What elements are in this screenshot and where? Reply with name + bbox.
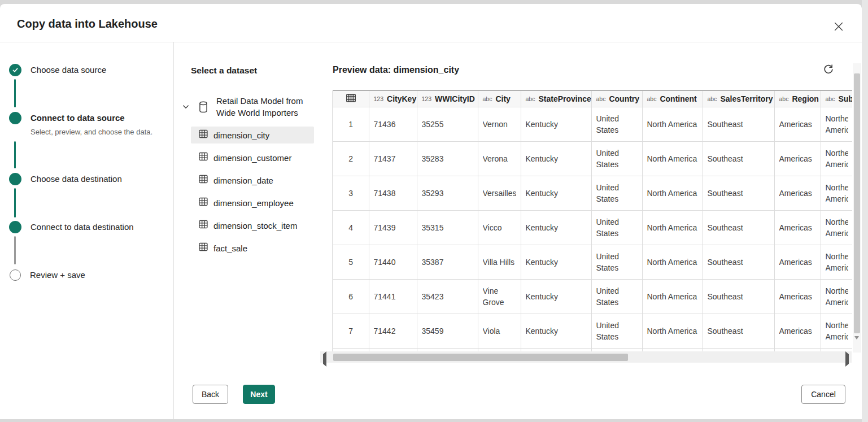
refresh-icon[interactable]: [821, 62, 836, 77]
table-cell: United States: [591, 210, 642, 245]
page-title: Copy data into Lakehouse: [17, 18, 158, 31]
tree-item-dimension_customer[interactable]: dimension_customer: [191, 149, 314, 166]
table-cell: Americas: [774, 141, 821, 176]
column-type-icon: abc: [647, 95, 657, 102]
vertical-scrollbar-thumb[interactable]: [854, 73, 860, 333]
column-type-icon: 123: [422, 95, 432, 102]
table-cell: Southeast: [703, 210, 774, 245]
tree-item-label: dimension_date: [213, 176, 273, 185]
column-header-label: Region: [792, 94, 818, 103]
column-header-label: Continent: [660, 94, 696, 103]
table-icon: [198, 174, 208, 186]
next-button[interactable]: Next: [243, 385, 275, 404]
table-cell: Verona: [478, 141, 521, 176]
step-current-dot-icon: [9, 112, 21, 124]
vertical-scrollbar[interactable]: [853, 63, 861, 353]
copy-data-dialog: Copy data into Lakehouse Choose data sou…: [0, 4, 862, 419]
chevron-down-icon[interactable]: [182, 103, 190, 111]
tree-item-dimension_city[interactable]: dimension_city: [191, 127, 314, 143]
step-connector: [14, 79, 16, 107]
step-connect-to-data-source[interactable]: Connect to data source Select, preview, …: [9, 110, 152, 137]
column-header-Country: abcCountry: [591, 91, 642, 107]
table-cell: North America: [642, 210, 703, 245]
table-cell: 71440: [369, 245, 417, 279]
tree-item-dimension_stock_item[interactable]: dimension_stock_item: [191, 217, 314, 234]
preview-title: Preview data: dimension_city: [333, 65, 459, 75]
row-number-cell: 7: [333, 314, 369, 348]
step-connector: [14, 188, 16, 217]
step-label: Connect to data source: [30, 110, 152, 127]
scroll-left-icon[interactable]: [323, 354, 326, 364]
table-cell: Northern America: [821, 141, 852, 176]
table-cell: Villa Hills: [478, 245, 521, 279]
close-icon[interactable]: [830, 18, 847, 35]
table-icon: [198, 151, 208, 164]
column-type-icon: abc: [708, 95, 717, 102]
step-label: Choose data source: [30, 62, 106, 79]
horizontal-scrollbar[interactable]: [320, 351, 852, 363]
tree-item-dimension_employee[interactable]: dimension_employee: [191, 194, 314, 211]
step-description: Select, preview, and choose the data.: [30, 127, 152, 137]
step-review-save[interactable]: Review + save: [9, 267, 85, 284]
table-cell: Vicco: [478, 210, 521, 245]
table-cell: Vine Grove: [478, 279, 521, 314]
table-cell: Kentucky: [521, 245, 591, 279]
column-header-WWICityID: 123WWICityID: [417, 91, 478, 107]
row-number-cell: 5: [333, 245, 369, 279]
table-cell: Southeast: [703, 107, 774, 141]
step-connector: [14, 236, 16, 264]
column-header-label: StateProvince: [538, 94, 591, 103]
tree-item-label: dimension_employee: [213, 198, 294, 208]
table-header-row: 123CityKey123WWICityIDabcCityabcStatePro…: [333, 91, 852, 107]
scroll-down-icon[interactable]: [854, 340, 859, 350]
step-label: Connect to data destination: [30, 219, 134, 236]
table-cell: United States: [591, 141, 642, 176]
column-header-label: Country: [609, 94, 639, 103]
row-number-cell: 3: [333, 176, 369, 210]
table-cell: Americas: [774, 279, 821, 314]
table-cell: 71436: [369, 107, 417, 141]
table-cell: 35387: [417, 245, 478, 279]
tree-item-fact_sale[interactable]: fact_sale: [191, 240, 314, 256]
horizontal-scrollbar-thumb[interactable]: [333, 354, 628, 361]
database-icon: [197, 101, 210, 114]
column-header-label: CityKey: [387, 94, 416, 103]
table-cell: Southeast: [703, 176, 774, 210]
table-cell: North America: [642, 279, 703, 314]
column-header-SalesTerritory: abcSalesTerritory: [703, 91, 774, 107]
table-row: 67144135423Vine GroveKentuckyUnited Stat…: [333, 279, 852, 314]
step-choose-data-destination[interactable]: Choose data destination: [9, 171, 122, 188]
table-icon: [198, 219, 208, 232]
dataset-panel-title: Select a dataset: [191, 66, 257, 76]
tree-item-dimension_date[interactable]: dimension_date: [191, 172, 314, 189]
table-cell: Vernon: [478, 107, 521, 141]
table-cell: Northern America: [821, 314, 852, 348]
table-cell: 71439: [369, 210, 417, 245]
preview-table-container: 123CityKey123WWICityIDabcCityabcStatePro…: [333, 90, 852, 353]
table-cell: Kentucky: [521, 314, 591, 348]
table-cell: 71438: [369, 176, 417, 210]
back-button[interactable]: Back: [193, 385, 228, 404]
table-cell: Kentucky: [521, 176, 591, 210]
table-cell: Versailles: [478, 176, 521, 210]
table-icon: [198, 242, 208, 254]
scroll-right-icon[interactable]: [845, 354, 849, 364]
table-corner-grid-icon: [333, 91, 369, 107]
step-choose-data-source[interactable]: Choose data source: [9, 62, 106, 79]
table-cell: 71441: [369, 279, 417, 314]
table-cell: North America: [642, 141, 703, 176]
step-connector: [14, 141, 16, 168]
column-type-icon: abc: [483, 95, 492, 102]
table-cell: United States: [591, 314, 642, 348]
tree-root-label: Retail Data Model from Wide World Import…: [216, 95, 317, 119]
column-header-CityKey: 123CityKey: [369, 91, 417, 107]
table-row: 77144235459ViolaKentuckyUnited StatesNor…: [333, 314, 852, 348]
table-cell: Southeast: [703, 279, 774, 314]
row-number-cell: 2: [333, 141, 369, 176]
step-label: Review + save: [30, 267, 85, 284]
cancel-button[interactable]: Cancel: [801, 385, 845, 404]
step-connect-to-data-destination[interactable]: Connect to data destination: [9, 219, 134, 236]
tree-root-retail-data-model[interactable]: Retail Data Model from Wide World Import…: [182, 95, 317, 119]
column-type-icon: 123: [374, 95, 384, 102]
table-cell: North America: [642, 314, 703, 348]
